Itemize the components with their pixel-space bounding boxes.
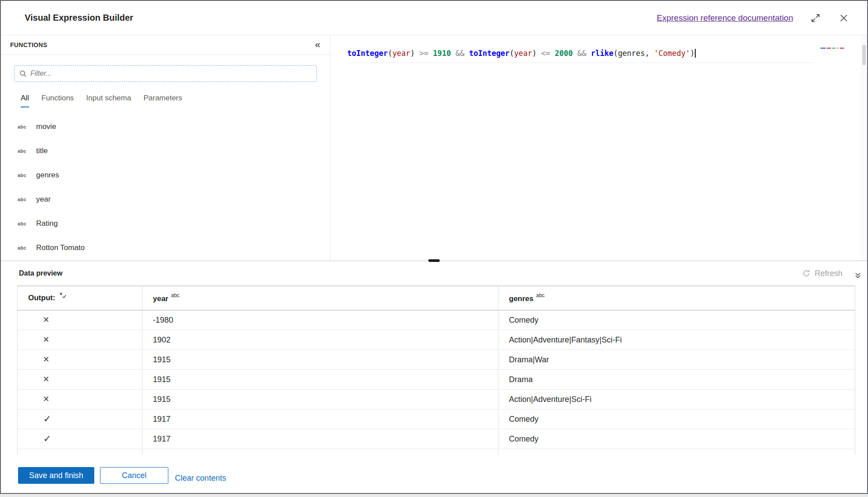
schema-item-rotton-tomato[interactable]: abcRotton Tomato [1,236,330,260]
expand-preview-chevrons-icon[interactable] [852,270,864,281]
column-header-genres[interactable]: genres [509,294,534,302]
expression-token: 1910 [433,49,451,58]
expression-token: rlike [591,49,613,58]
cell-year [142,449,498,456]
schema-item-label: title [36,147,48,155]
cell-genres: Comedy [498,310,855,330]
refresh-label: Refresh [815,269,842,278]
expression-token: ( [388,49,392,58]
preview-row: ×-1980Comedy [18,310,855,330]
cell-year: 1915 [142,370,498,390]
cell-genres: Comedy [498,429,855,449]
refresh-icon [802,269,810,277]
cell-genres: Action|Adventure|Sci-Fi [498,390,855,409]
row-excluded-icon: × [43,334,49,345]
expression-token: 'Comedy' [654,49,690,58]
schema-item-title[interactable]: abctitle [1,139,330,163]
dialog-header: Visual Expression Builder Expression ref… [1,1,867,35]
cell-genres: Action|Adventure|Fantasy|Sci-Fi [498,330,855,350]
expression-token [586,49,591,58]
cancel-button[interactable]: Cancel [100,467,168,484]
expression-reference-link[interactable]: Expression reference documentation [657,13,793,23]
expression-token: toInteger [347,49,388,58]
close-icon[interactable] [838,12,849,24]
preview-row: ✓ [18,449,855,456]
string-type-icon: abc [18,124,29,129]
filter-box [14,65,317,82]
output-filter-icon [59,292,67,301]
builder-body: FUNCTIONS « AllFunctionsInput schemaPara… [1,35,867,261]
expression-token: >= [415,49,433,58]
editor-scrollbar[interactable] [861,35,867,261]
expression-token: ( [613,49,618,58]
cell-year: -1980 [142,310,498,330]
cell-genres [498,449,855,456]
row-excluded-icon: × [43,373,49,385]
row-excluded-icon: × [43,353,49,365]
expression-token: year [514,49,532,58]
preview-row: ×1915Drama [18,370,855,390]
preview-header-row: Output: yearabc genresabc [18,286,855,310]
cell-year: 1917 [142,409,498,429]
preview-row: ×1915Drama|War [18,350,855,370]
preview-row: ✓1917Comedy [18,409,855,429]
cell-year: 1915 [142,350,498,370]
expression-token: 2000 [555,49,573,58]
row-included-icon: ✓ [43,433,51,444]
clear-contents-link[interactable]: Clear contents [174,474,226,483]
dialog-footer: Save and finish Cancel Clear contents [1,455,867,493]
tab-all[interactable]: All [21,94,29,107]
expression-token: ) [532,49,537,58]
tab-functions[interactable]: Functions [41,94,74,107]
schema-item-year[interactable]: abcyear [1,187,330,211]
dialog-title: Visual Expression Builder [25,13,133,23]
search-icon [19,70,27,77]
expression-token: ( [510,49,514,58]
expression-token [464,49,469,58]
string-type-icon: abc [18,221,29,226]
expression-code-line: toInteger(year) >= 1910 && toInteger(yea… [347,48,814,63]
expression-token: year [392,49,410,58]
functions-tabs: AllFunctionsInput schemaParameters [21,94,330,107]
refresh-button[interactable]: Refresh [802,269,842,278]
schema-item-list: abcmovieabctitleabcgenresabcyearabcRatin… [1,114,330,260]
expression-token: && [577,49,586,58]
collapse-panel-icon[interactable]: « [315,40,320,50]
row-excluded-icon: × [43,314,49,325]
save-and-finish-button[interactable]: Save and finish [18,467,94,484]
filter-input[interactable] [30,70,312,77]
tab-parameters[interactable]: Parameters [144,94,182,107]
string-type-icon: abc [18,173,29,178]
string-type-badge: abc [536,292,545,298]
schema-item-label: Rotton Tomato [36,243,85,252]
functions-panel: FUNCTIONS « AllFunctionsInput schemaPara… [1,35,330,261]
column-header-output[interactable]: Output: [28,294,55,302]
preview-row: ×1915Action|Adventure|Sci-Fi [18,390,855,409]
expression-token [573,49,577,58]
expression-token [451,49,455,58]
cell-year: 1902 [142,330,498,350]
schema-item-label: movie [36,122,56,131]
tab-input-schema[interactable]: Input schema [86,94,131,107]
schema-item-label: Rating [36,219,58,228]
preview-row: ×1902Action|Adventure|Fantasy|Sci-Fi [18,330,855,350]
column-header-year[interactable]: year [153,294,168,302]
expression-editor[interactable]: toInteger(year) >= 1910 && toInteger(yea… [330,35,867,261]
data-preview-title: Data preview [19,269,63,277]
expression-token: <= [537,49,555,58]
editor-minimap [820,48,852,53]
string-type-icon: abc [18,148,29,154]
schema-item-movie[interactable]: abcmovie [1,114,330,139]
expression-token: ) [410,49,415,58]
string-type-icon: abc [18,245,29,250]
expression-token: ) [690,49,694,58]
cell-year: 1917 [142,429,498,449]
schema-item-genres[interactable]: abcgenres [1,163,330,187]
schema-item-label: genres [36,171,59,180]
schema-item-rating[interactable]: abcRating [1,211,330,236]
functions-panel-title: FUNCTIONS [10,41,47,48]
expand-dialog-icon[interactable] [810,12,821,24]
expression-token: , [645,49,654,58]
data-preview-section: Data preview Refresh Output: [1,261,867,493]
string-type-badge: abc [171,292,179,298]
